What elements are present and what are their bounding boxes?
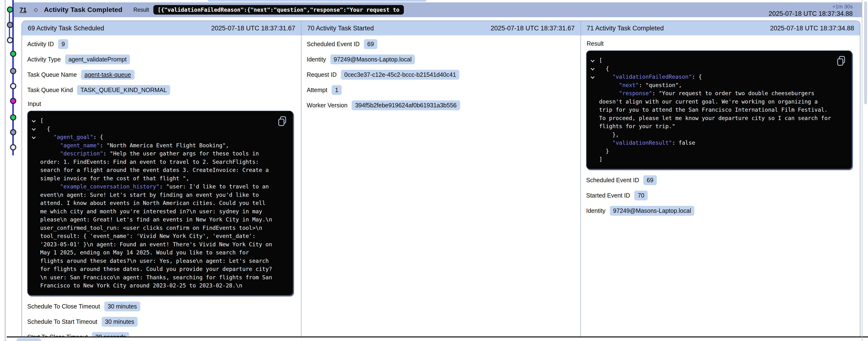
input-code-label: Input [28, 100, 297, 107]
timeline-dot-magenta[interactable] [10, 98, 16, 104]
field-schedule-to-start-timeout: Schedule To Start Timeout 30 minutes [27, 317, 297, 327]
timeline-dot-gray[interactable] [10, 129, 16, 135]
next-row-badge-fragment [17, 338, 41, 341]
field-scheduled-event-id: Scheduled Event ID 69 [586, 175, 856, 185]
timeline-dot-green[interactable] [7, 6, 13, 13]
event-row-71-selected[interactable]: 71 ◇ Activity Task Completed Result [{"v… [14, 2, 862, 17]
field-identity: Identity 97249@Masons-Laptop.local [307, 55, 576, 64]
previous-row-fragment [208, 0, 426, 2]
field-schedule-to-close-timeout: Schedule To Close Timeout 30 minutes [27, 302, 297, 311]
field-activity-id: Activity ID 9 [27, 39, 297, 49]
timeline-dot-white[interactable] [10, 144, 16, 150]
collapse-chevron-icon[interactable] [32, 128, 36, 131]
field-value-badge: agent_validatePrompt [65, 55, 130, 64]
event-timestamp: 2025-07-18 UTC 18:37:34.88 [769, 10, 853, 18]
field-label: Identity [307, 56, 326, 63]
result-label: Result [133, 7, 149, 13]
field-label: Attempt [307, 87, 327, 94]
field-worker-version: Worker Version 394f5b2febe919624af0b6193… [307, 100, 576, 110]
field-value-badge: 0cec3e37-c12e-45c2-bccc-b21541d40c41 [341, 70, 459, 80]
field-value-badge: 9 [58, 39, 68, 49]
field-scheduled-event-id: Scheduled Event ID 69 [307, 39, 576, 49]
field-value-badge: 70 [634, 191, 648, 200]
field-task-queue-name: Task Queue Name agent-task-queue [27, 70, 297, 79]
copy-icon[interactable] [836, 56, 846, 66]
field-request-id: Request ID 0cec3e37-c12e-45c2-bccc-b2154… [307, 70, 576, 79]
copy-icon[interactable] [278, 116, 287, 127]
panel-timestamp: 2025-07-18 UTC 18:37:31.67 [211, 25, 295, 32]
collapse-chevron-icon[interactable] [32, 136, 36, 139]
timeline-dot-white[interactable] [7, 37, 13, 43]
field-label: Activity ID [27, 41, 54, 47]
timeline-dot-gray[interactable] [10, 68, 16, 74]
collapse-chevron-icon[interactable] [590, 76, 595, 79]
event-id-link[interactable]: 71 [20, 6, 27, 13]
panel-header-completed: 71 Activity Task Completed 2025-07-18 UT… [581, 21, 860, 35]
task-queue-link[interactable]: agent-task-queue [81, 70, 134, 80]
panel-timestamp: 2025-07-18 UTC 18:37:34.88 [770, 25, 854, 32]
field-value-badge: 69 [364, 39, 377, 49]
field-label: Start To Close Timeout [27, 334, 88, 337]
field-label: Request ID [307, 71, 337, 78]
panel-activity-task-scheduled: 69 Activity Task Scheduled 2025-07-18 UT… [22, 21, 301, 337]
event-row-time: +1m 30s 2025-07-18 UTC 18:37:34.88 [769, 4, 853, 18]
event-group-detail-card: 69 Activity Task Scheduled 2025-07-18 UT… [22, 21, 860, 337]
field-start-to-close-timeout: Start To Close Timeout 30 seconds [27, 332, 297, 337]
field-task-queue-kind: Task Queue Kind TASK_QUEUE_KIND_NORMAL [27, 85, 297, 95]
field-label: Task Queue Name [27, 71, 77, 78]
panel-header-scheduled: 69 Activity Task Scheduled 2025-07-18 UT… [22, 21, 301, 35]
field-label: Started Event ID [586, 192, 630, 199]
field-label: Scheduled Event ID [586, 177, 639, 184]
field-label: Schedule To Close Timeout [27, 303, 100, 310]
diamond-icon: ◇ [34, 7, 38, 13]
timeline-dot-green[interactable] [10, 114, 16, 121]
timeline-dot-green[interactable] [10, 51, 16, 57]
panel-activity-task-completed: 71 Activity Task Completed 2025-07-18 UT… [581, 21, 860, 337]
field-attempt: Attempt 1 [307, 85, 576, 95]
field-value-badge: 394f5b2febe919624af0b61931a3b556 [352, 100, 460, 110]
field-value-badge: 30 minutes [102, 317, 137, 327]
field-value-badge: 69 [643, 175, 657, 185]
collapse-chevron-icon[interactable] [590, 60, 595, 62]
panel-title: 70 Activity Task Started [307, 25, 374, 32]
result-code-block: [ { "validationFailedReason": { "next": … [586, 50, 852, 169]
collapse-chevron-icon[interactable] [590, 68, 595, 71]
panel-header-started: 70 Activity Task Started 2025-07-18 UTC … [302, 21, 581, 35]
field-identity: Identity 97249@Masons-Laptop.local [586, 206, 856, 216]
panel-title: 71 Activity Task Completed [587, 25, 664, 32]
panel-activity-task-started: 70 Activity Task Started 2025-07-18 UTC … [301, 21, 581, 337]
collapse-chevron-icon[interactable] [32, 120, 36, 123]
field-value-badge: 30 minutes [104, 302, 140, 311]
field-label: Worker Version [307, 102, 347, 109]
elapsed-time: +1m 30s [769, 4, 853, 9]
panel-body-scheduled: Activity ID 9 Activity Type agent_valida… [22, 35, 301, 337]
panel-timestamp: 2025-07-18 UTC 18:37:31.67 [491, 25, 575, 32]
field-label: Activity Type [27, 56, 61, 63]
field-label: Schedule To Start Timeout [27, 318, 97, 325]
result-preview-pill[interactable]: [{"validationFailedReason":{"next":"ques… [153, 5, 404, 14]
panel-body-started: Scheduled Event ID 69 Identity 97249@Mas… [302, 35, 581, 337]
field-value-badge: 97249@Masons-Laptop.local [331, 55, 415, 64]
panel-body-completed: Result [ { "validationFailedReason": { "… [581, 35, 860, 337]
field-label: Identity [586, 207, 606, 214]
field-value-badge: 1 [332, 85, 342, 95]
temporal-event-history-page: { "accent_colors": { "row_bg": "#a8b7d9"… [0, 0, 868, 341]
panel-title: 69 Activity Task Scheduled [28, 25, 104, 32]
result-code-label: Result [587, 40, 856, 47]
content-right-border [862, 0, 862, 341]
field-label: Scheduled Event ID [307, 41, 360, 47]
row-divider-line [7, 337, 868, 337]
timeline-guide-line [5, 0, 5, 341]
result-json: [ { "validationFailedReason": { "next": … [599, 56, 844, 164]
field-value-badge: 97249@Masons-Laptop.local [610, 206, 694, 216]
field-label: Task Queue Kind [27, 87, 73, 94]
field-activity-type: Activity Type agent_validatePrompt [27, 55, 297, 64]
field-value-badge: TASK_QUEUE_KIND_NORMAL [77, 85, 170, 95]
input-json: [ { "agent_goal": { "agent_name": "North… [40, 116, 286, 290]
field-value-badge: 30 seconds [92, 332, 129, 337]
input-code-block: [ { "agent_goal": { "agent_name": "North… [27, 111, 293, 296]
scrollbar-thumb[interactable] [864, 1, 867, 104]
timeline-dot-white[interactable] [10, 83, 16, 89]
timeline-dot-gray[interactable] [7, 22, 13, 28]
event-row-title: Activity Task Completed [44, 6, 123, 13]
